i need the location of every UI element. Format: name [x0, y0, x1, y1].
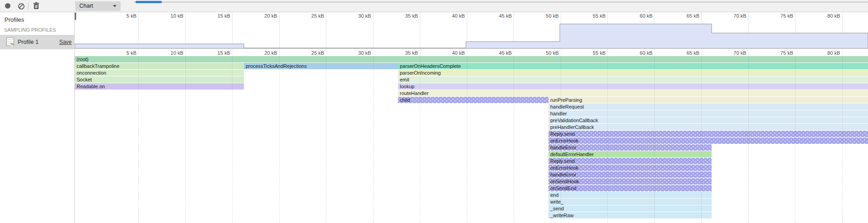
- flame-bar-onsendhook[interactable]: onSendHook: [548, 178, 712, 185]
- flame-gridline: [655, 49, 655, 223]
- flame-gridline: [514, 49, 514, 223]
- flame-ruler-label: 15 kB: [203, 50, 230, 56]
- flame-bar-handleerror[interactable]: handleError: [548, 171, 712, 178]
- flame-gridline: [842, 49, 843, 223]
- flame-ruler-label: 40 kB: [438, 50, 465, 56]
- flame-bar-write-[interactable]: write_: [548, 199, 712, 205]
- flame-bar-runpreparsing[interactable]: runPreParsing: [548, 97, 868, 103]
- flame-gridline: [185, 49, 186, 223]
- flame-bar-lookup[interactable]: lookup: [398, 83, 868, 90]
- flame-bar-parseronincoming[interactable]: parserOnIncoming: [398, 70, 868, 76]
- flame-bar--send[interactable]: _send: [548, 205, 712, 212]
- flame-ruler-label: 10 kB: [156, 50, 184, 56]
- profile-table-icon: %: [6, 38, 14, 46]
- profile-name: Profile 1: [18, 39, 39, 45]
- flame-bar-reply-send[interactable]: Reply.send: [548, 158, 712, 164]
- flame-bar-child[interactable]: child: [398, 97, 548, 103]
- profiles-header: Profiles: [5, 16, 24, 23]
- flame-gridline: [232, 49, 233, 223]
- flame-ruler-label: 25 kB: [297, 50, 324, 56]
- flame-ruler-label: 50 kB: [532, 50, 559, 56]
- chart-area: 5 kB5 kB10 kB10 kB15 kB15 kB20 kB20 kB25…: [75, 12, 868, 223]
- flame-bar-callbacktrampoline[interactable]: callbackTrampoline: [75, 63, 244, 69]
- flame-gridline: [326, 49, 326, 223]
- chevron-down-icon: [113, 5, 116, 7]
- profiler-panel: Chart Profiles SAMPLING PROFILES % Profi…: [0, 0, 868, 223]
- record-button[interactable]: [3, 1, 12, 10]
- flame-gridline: [795, 49, 795, 223]
- flame-bar-reply-send[interactable]: Reply.send: [548, 131, 868, 137]
- flame-bar-prevalidationcallback[interactable]: preValidationCallback: [548, 117, 868, 123]
- toolbar-separator: [28, 3, 29, 9]
- flame-ruler-label: 70 kB: [719, 50, 747, 56]
- flame-bar-defaulterrorhandler[interactable]: defaultErrorHandler: [548, 151, 712, 157]
- flame-bar-handlerequest[interactable]: handleRequest: [548, 104, 868, 110]
- top-scroll-track: [134, 2, 868, 2]
- sidebar-item-profile-1[interactable]: % Profile 1 Save: [0, 35, 75, 49]
- flame-gridline: [607, 49, 608, 223]
- view-mode-select[interactable]: Chart: [75, 1, 121, 11]
- flame-gridline: [373, 49, 373, 223]
- flame-bar-socket[interactable]: Socket: [75, 76, 244, 83]
- flame-bar-readable-on[interactable]: Readable.on: [75, 83, 244, 90]
- flame-ruler-label: 80 kB: [813, 50, 840, 56]
- percent-glyph: %: [10, 43, 14, 46]
- flame-gridline: [701, 49, 702, 223]
- flame-bar-processticksandrejections[interactable]: processTicksAndRejections: [244, 63, 398, 69]
- flame-bar--writeraw[interactable]: _writeRaw: [548, 212, 712, 218]
- toolbar: Chart: [0, 0, 868, 12]
- flame-gridline: [138, 49, 139, 223]
- flame-ruler-label: 55 kB: [578, 50, 606, 56]
- save-profile-link[interactable]: Save: [59, 39, 72, 45]
- flame-bar-routehandler[interactable]: routeHandler: [398, 90, 868, 96]
- flame-bar-end[interactable]: end: [548, 192, 712, 198]
- flame-gridline: [279, 49, 280, 223]
- flame-gridline: [420, 49, 420, 223]
- flame-bar-handler[interactable]: handler: [548, 110, 868, 117]
- flame-ruler-label: 60 kB: [626, 50, 653, 56]
- flame-ruler-label: 20 kB: [250, 50, 277, 56]
- flame-bar-handleerror[interactable]: handleError: [548, 144, 712, 151]
- record-icon: [5, 3, 10, 9]
- view-mode-selected-value: Chart: [79, 3, 93, 9]
- sidebar: Profiles SAMPLING PROFILES % Profile 1 S…: [0, 12, 75, 223]
- flame-bar-onerrorhook[interactable]: onErrorHook: [548, 165, 712, 171]
- flame-bar-emit[interactable]: emit: [398, 76, 868, 83]
- clear-button[interactable]: [16, 1, 25, 10]
- memory-overview-area[interactable]: [75, 12, 868, 49]
- flame-bar-prehandlercallback[interactable]: preHandlerCallback: [548, 124, 868, 130]
- flame-bar--root-[interactable]: (root): [75, 56, 868, 62]
- sampling-profiles-section-label: SAMPLING PROFILES: [4, 27, 56, 33]
- top-scroll-thumb[interactable]: [136, 1, 162, 3]
- flame-ruler-label: 45 kB: [485, 50, 512, 56]
- flame-bar-onconnection[interactable]: onconnection: [75, 70, 244, 76]
- flame-ruler-label: 35 kB: [391, 50, 418, 56]
- flame-gridline: [561, 49, 561, 223]
- flame-ruler-label: 75 kB: [766, 50, 793, 56]
- delete-profile-button[interactable]: [33, 2, 42, 11]
- trash-icon: [33, 2, 40, 10]
- flame-bar-onsendend[interactable]: onSendEnd: [548, 185, 712, 191]
- flame-gridline: [467, 49, 467, 223]
- flame-ruler-label: 65 kB: [672, 50, 699, 56]
- flame-ruler-label: 5 kB: [109, 50, 136, 56]
- flame-bar-parseronheaderscomplete[interactable]: parserOnHeadersComplete: [398, 63, 868, 69]
- overview-left-handle[interactable]: [75, 13, 76, 20]
- flame-bar-onerrorhook[interactable]: onErrorHook: [548, 138, 868, 144]
- flame-ruler-label: 30 kB: [344, 50, 371, 56]
- flame-gridline: [748, 49, 749, 223]
